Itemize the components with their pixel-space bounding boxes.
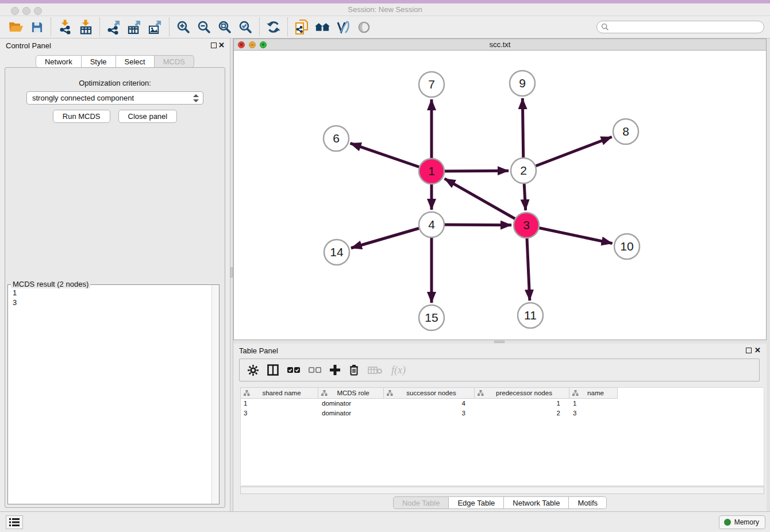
main-titlebar[interactable]: Session: New Session: [0, 3, 770, 16]
result-item[interactable]: 1: [13, 288, 211, 298]
graph-edge-2-8[interactable]: [523, 137, 612, 171]
mcds-result-list[interactable]: 13: [8, 286, 211, 504]
splitter-grip[interactable]: [230, 267, 233, 277]
tab-node-table[interactable]: Node Table: [393, 496, 449, 509]
column-header-label: predecessor nodes: [484, 390, 569, 396]
sort-hierarchy-icon: [321, 390, 328, 396]
import-table-button[interactable]: [75, 18, 96, 36]
refresh-button[interactable]: [263, 18, 284, 36]
export-table-icon: [128, 20, 141, 34]
show-hide-button[interactable]: [353, 18, 374, 36]
refresh-icon: [267, 20, 280, 34]
open-session-button[interactable]: [6, 18, 26, 36]
table-toolbar: f(x): [239, 358, 760, 381]
criterion-select[interactable]: strongly connected component: [26, 91, 203, 105]
clone-network-button[interactable]: [291, 18, 312, 36]
close-panel-icon[interactable]: ✕: [754, 346, 761, 354]
delete-row-button[interactable]: [349, 364, 359, 376]
toolbar-separator: [169, 18, 170, 36]
deselect-all-button[interactable]: [309, 367, 321, 374]
search-field[interactable]: [596, 21, 764, 33]
column-header-name[interactable]: name: [569, 387, 618, 399]
table-cell[interactable]: dominator: [318, 409, 384, 419]
zoom-fit-button[interactable]: [214, 18, 235, 36]
vizmapper-icon: [336, 20, 350, 34]
graph-node-label: 1: [428, 164, 435, 178]
select-all-button[interactable]: [287, 367, 300, 374]
sort-hierarchy-icon: [387, 390, 393, 396]
tab-edge-table[interactable]: Edge Table: [449, 496, 504, 509]
zoom-out-button[interactable]: [194, 18, 214, 36]
houses-icon: [315, 21, 330, 33]
home-button[interactable]: [312, 18, 333, 36]
trash-icon: [349, 364, 359, 376]
network-graph[interactable]: 7968124314101511: [234, 51, 766, 340]
network-window-titlebar[interactable]: ✕ − + scc.txt: [234, 39, 766, 51]
table-cell[interactable]: 1: [569, 399, 618, 409]
save-session-button[interactable]: [26, 18, 47, 36]
run-mcds-button[interactable]: Run MCDS: [53, 110, 110, 123]
table-cell[interactable]: 2: [475, 409, 569, 419]
add-row-button[interactable]: [330, 365, 340, 375]
table-cell[interactable]: 1: [475, 399, 569, 409]
export-network-icon: [107, 20, 121, 34]
tab-motifs[interactable]: Motifs: [569, 496, 607, 509]
splitter-grip[interactable]: [494, 341, 505, 343]
column-header-MCDS-role[interactable]: MCDS role: [318, 387, 384, 399]
float-panel-icon[interactable]: [211, 43, 217, 48]
close-panel-icon[interactable]: ✕: [218, 41, 225, 49]
table-row[interactable]: 3dominator323: [240, 409, 618, 419]
search-input[interactable]: [611, 22, 764, 32]
tab-network[interactable]: Network: [36, 55, 82, 68]
control-panel: Control Panel ✕ NetworkStyleSelectMCDS O…: [0, 38, 230, 511]
vizmapper-button[interactable]: [333, 18, 353, 36]
network-title: scc.txt: [234, 40, 766, 49]
import-network-icon: [59, 20, 72, 34]
table-settings-button[interactable]: [248, 365, 259, 376]
tab-select[interactable]: Select: [116, 55, 155, 68]
export-network-button[interactable]: [103, 18, 124, 36]
zoom-in-button[interactable]: [173, 18, 194, 36]
tab-style[interactable]: Style: [82, 55, 116, 68]
application-window: Session: New Session: [0, 0, 770, 532]
criterion-value: strongly connected component: [32, 94, 134, 102]
column-layout-button[interactable]: [267, 364, 279, 376]
result-item[interactable]: 3: [13, 298, 211, 307]
result-scrollbar[interactable]: [211, 285, 219, 504]
task-history-button[interactable]: [6, 515, 23, 529]
table-cell[interactable]: 3: [384, 409, 475, 419]
table-cell[interactable]: dominator: [318, 399, 384, 409]
save-floppy-icon: [31, 21, 43, 33]
main-toolbar: [0, 16, 770, 38]
tab-network-table[interactable]: Network Table: [504, 496, 569, 509]
network-window: ✕ − + scc.txt 7968124314101511: [233, 38, 767, 340]
clone-network-icon: [295, 20, 309, 35]
function-builder-button[interactable]: f(x): [391, 364, 406, 376]
zoom-out-icon: [197, 20, 211, 34]
network-canvas[interactable]: 7968124314101511: [234, 51, 766, 340]
table-cell[interactable]: 3: [240, 409, 318, 419]
export-image-button[interactable]: [145, 18, 165, 36]
graph-edge-3-1[interactable]: [445, 179, 526, 225]
table-horizontal-scrollbar[interactable]: [240, 487, 764, 494]
close-panel-button[interactable]: Close panel: [118, 110, 178, 123]
export-table-button[interactable]: [124, 18, 145, 36]
column-header-predecessor-nodes[interactable]: predecessor nodes: [475, 387, 569, 399]
table-row[interactable]: 1dominator411: [240, 399, 618, 409]
zoom-selected-icon: [238, 20, 252, 34]
delete-table-button[interactable]: [368, 366, 383, 375]
memory-status-icon: [724, 519, 731, 526]
table-cell[interactable]: 3: [569, 409, 618, 419]
column-header-successor-nodes[interactable]: successor nodes: [384, 387, 475, 399]
control-panel-title: Control Panel: [6, 41, 51, 50]
memory-button[interactable]: Memory: [719, 515, 765, 529]
zoom-selected-button[interactable]: [235, 18, 256, 36]
float-panel-icon[interactable]: [746, 348, 752, 353]
table-cell[interactable]: 4: [384, 399, 475, 409]
table-header-row: shared nameMCDS rolesuccessor nodesprede…: [240, 387, 618, 399]
import-table-icon: [79, 20, 93, 34]
column-header-shared-name[interactable]: shared name: [240, 387, 318, 399]
tab-mcds[interactable]: MCDS: [155, 55, 194, 68]
import-network-button[interactable]: [55, 18, 75, 36]
table-cell[interactable]: 1: [240, 399, 318, 409]
